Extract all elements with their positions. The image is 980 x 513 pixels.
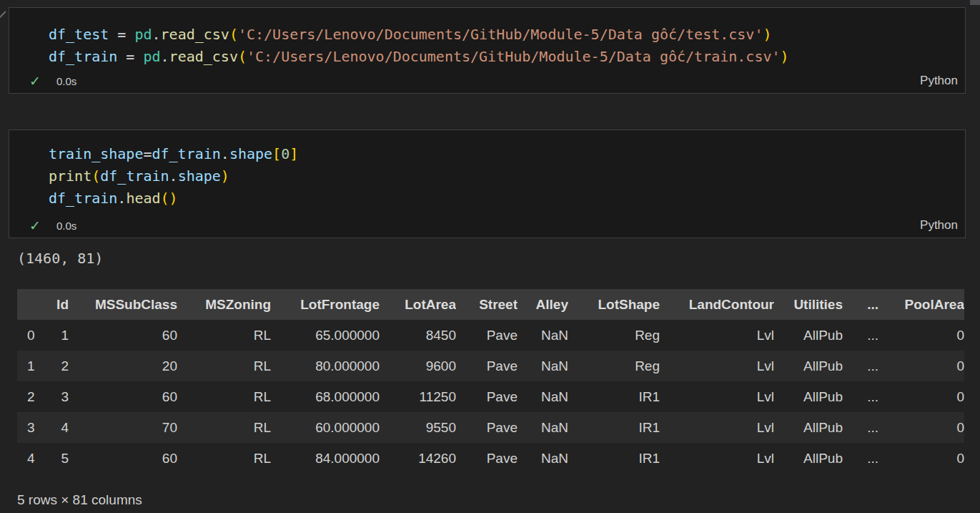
table-cell: RL	[177, 412, 271, 443]
code-line[interactable]: print(df_train.shape)	[49, 165, 958, 187]
column-header: ...	[843, 289, 878, 320]
table-cell: Pave	[456, 381, 518, 412]
table-cell: NaN	[518, 412, 568, 443]
code-token-br: )	[221, 167, 229, 185]
execution-time: 0.0s	[56, 75, 76, 87]
code-token-mod: pd	[143, 48, 160, 65]
code-line[interactable]: df_test = pd.read_csv('C:/Users/Lenovo/D…	[49, 24, 958, 46]
table-row: 2360RL68.00000011250PaveNaNIR1LvlAllPub.…	[17, 381, 964, 412]
code-token-op: .	[161, 48, 169, 65]
table-cell: Lvl	[660, 351, 774, 381]
table-cell: 5	[41, 443, 69, 474]
code-token-br: ]	[289, 145, 298, 162]
column-header: LotShape	[568, 289, 660, 320]
vertical-scrollbar-thumb[interactable]	[970, 0, 980, 5]
column-header: MSSubClass	[69, 289, 177, 320]
column-header: LotArea	[380, 289, 456, 320]
table-cell: 60	[69, 381, 177, 412]
table-cell: Reg	[568, 351, 660, 381]
notebook-page: { "colors": { "page_bg": "#222222", "cel…	[0, 0, 980, 513]
code-token-var: df_train	[49, 190, 117, 207]
table-cell: 0	[878, 351, 964, 381]
code-token-var: shape	[178, 167, 221, 185]
code-token-op: =	[109, 26, 134, 43]
code-line[interactable]: df_train.head()	[49, 187, 958, 210]
table-cell: 68.000000	[271, 381, 380, 412]
table-cell: 20	[69, 351, 177, 381]
table-cell: ...	[843, 443, 878, 474]
code-token-op: .	[152, 26, 161, 43]
code-line[interactable]: train_shape=df_train.shape[0]	[49, 143, 958, 165]
table-cell: Lvl	[660, 443, 774, 474]
code-token-br: [	[272, 145, 281, 162]
table-cell: ...	[843, 381, 878, 412]
code-token-fn: print	[49, 167, 91, 185]
code-line[interactable]: df_train = pd.read_csv('C:/Users/Lenovo/…	[49, 46, 958, 68]
cell-language-picker[interactable]: Python	[920, 74, 958, 88]
table-cell: AllPub	[774, 320, 843, 351]
table-cell: Pave	[456, 351, 518, 381]
code-token-mod: pd	[134, 26, 152, 43]
code-token-var: df_train	[100, 167, 169, 185]
column-header: Alley	[518, 289, 568, 320]
table-cell: AllPub	[774, 381, 843, 412]
table-cell: IR1	[568, 381, 660, 412]
table-cell: NaN	[518, 443, 568, 474]
code-token-str: 'C:/Users/Lenovo/Documents/GitHub/Module…	[238, 26, 763, 43]
row-index-cell: 2	[17, 381, 41, 412]
table-cell: AllPub	[774, 412, 843, 443]
table-cell: ...	[843, 320, 878, 351]
table-cell: 0	[878, 320, 964, 351]
table-row: 0160RL65.0000008450PaveNaNRegLvlAllPub..…	[17, 320, 964, 351]
table-row: 3470RL60.0000009550PaveNaNIR1LvlAllPub..…	[17, 412, 964, 443]
table-cell: 14260	[380, 443, 456, 474]
code-token-op: .	[169, 167, 178, 185]
table-cell: Lvl	[660, 381, 774, 412]
cell-fold-chevron-icon[interactable]	[0, 11, 6, 19]
table-cell: 65.000000	[271, 320, 380, 351]
dataframe-body: 0160RL65.0000008450PaveNaNRegLvlAllPub..…	[17, 320, 964, 474]
table-cell: 2	[41, 351, 69, 381]
table-cell: NaN	[518, 351, 568, 381]
print-output-shape: (1460, 81)	[17, 250, 103, 267]
code-token-br: )	[763, 26, 771, 43]
table-cell: Pave	[456, 443, 518, 474]
table-cell: 9550	[380, 412, 456, 443]
code-token-fn: head	[126, 190, 160, 207]
table-cell: RL	[177, 381, 271, 412]
cell-language-picker[interactable]: Python	[920, 218, 958, 233]
code-token-var: train_shape	[49, 145, 143, 162]
table-cell: Reg	[568, 320, 660, 351]
code-editor-1[interactable]: df_test = pd.read_csv('C:/Users/Lenovo/D…	[49, 24, 958, 68]
table-cell: ...	[843, 351, 878, 381]
table-cell: 3	[41, 381, 69, 412]
table-cell: AllPub	[774, 443, 843, 474]
code-token-br: )	[781, 48, 789, 65]
code-token-var: df_train	[152, 145, 221, 162]
column-header: LandContour	[660, 289, 774, 320]
column-header: Utilities	[774, 289, 843, 320]
table-cell: 80.000000	[271, 351, 380, 381]
column-header	[17, 289, 41, 320]
execution-time: 0.0s	[56, 220, 76, 232]
code-editor-2[interactable]: train_shape=df_train.shape[0]print(df_tr…	[49, 143, 958, 210]
table-cell: 8450	[380, 320, 456, 351]
code-token-fn: read_csv	[169, 48, 238, 65]
table-cell: RL	[177, 351, 271, 381]
table-cell: IR1	[568, 443, 660, 474]
code-token-op: =	[143, 145, 152, 162]
table-cell: Lvl	[660, 412, 774, 443]
code-token-br: (	[161, 190, 169, 207]
table-row: 1220RL80.0000009600PaveNaNRegLvlAllPub..…	[17, 351, 964, 381]
table-cell: 4	[41, 412, 69, 443]
code-token-num: 0	[281, 145, 289, 162]
table-cell: 60	[69, 443, 177, 474]
code-token-var: df_train	[49, 48, 117, 65]
table-cell: 70	[69, 412, 177, 443]
code-token-var: shape	[229, 145, 272, 162]
table-cell: AllPub	[774, 351, 843, 381]
code-cell-1: df_test = pd.read_csv('C:/Users/Lenovo/D…	[9, 7, 966, 94]
table-cell: Lvl	[660, 320, 774, 351]
table-cell: 0	[878, 443, 964, 474]
dataframe-header: IdMSSubClassMSZoningLotFrontageLotAreaSt…	[17, 289, 964, 320]
